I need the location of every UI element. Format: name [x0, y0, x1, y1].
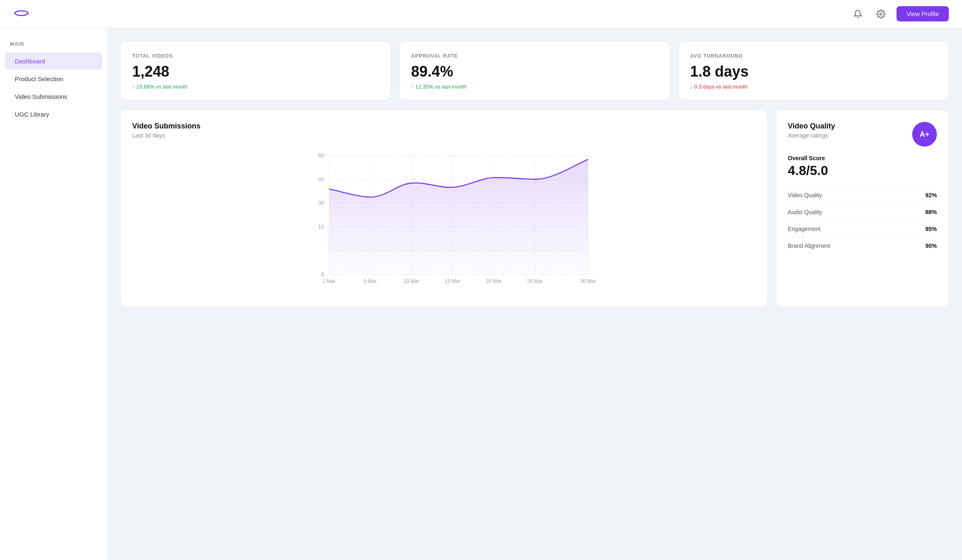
header: View Profile — [0, 0, 962, 28]
total-videos-change: ↑ 23.68% vs last month — [132, 84, 379, 90]
svg-text:30: 30 — [318, 200, 324, 206]
svg-text:15: 15 — [318, 224, 324, 230]
svg-text:10 Mar: 10 Mar — [404, 278, 419, 283]
stat-card-approval-rate: APPROVAL RATE 89.4% ↑ 12.35% vs last mon… — [399, 41, 670, 100]
approval-rate-label: APPROVAL RATE — [411, 53, 658, 59]
quality-metrics: Video Quality 92% Audio Quality 88% Enga… — [788, 187, 937, 254]
header-actions: View Profile — [850, 6, 949, 21]
engagement-value: 95% — [925, 226, 937, 232]
avg-turnaround-label: AVG TURNAROUND — [690, 53, 937, 59]
svg-text:0: 0 — [321, 272, 324, 278]
brand-alignment-value: 90% — [925, 243, 937, 249]
total-videos-label: TOTAL VIDEOS — [132, 53, 379, 59]
main-content: TOTAL VIDEOS 1,248 ↑ 23.68% vs last mont… — [107, 28, 962, 560]
quality-title-block: Video Quality Average ratings — [788, 122, 835, 139]
settings-button[interactable] — [873, 7, 888, 21]
sidebar-item-ugc-library[interactable]: UGC Library — [5, 106, 102, 123]
sidebar-item-video-submissions[interactable]: Video Submissions — [5, 88, 102, 105]
svg-text:20 Mar: 20 Mar — [486, 278, 502, 283]
svg-text:5 Mar: 5 Mar — [364, 278, 377, 283]
sidebar-section-label: MAIN — [0, 41, 107, 52]
chart-svg: 60 45 30 15 0 1 Mar 5 Mar 10 Mar 15 Mar … — [149, 147, 756, 283]
quality-subtitle: Average ratings — [788, 132, 835, 139]
quality-metric-audio: Audio Quality 88% — [788, 203, 937, 220]
sidebar-item-dashboard[interactable]: Dashboard — [5, 53, 102, 70]
svg-text:1 Mar: 1 Mar — [322, 278, 336, 283]
svg-text:30 Mar: 30 Mar — [580, 278, 596, 283]
approval-rate-value: 89.4% — [411, 63, 658, 80]
stat-card-total-videos: TOTAL VIDEOS 1,248 ↑ 23.68% vs last mont… — [120, 41, 391, 100]
quality-metric-video: Video Quality 92% — [788, 187, 937, 203]
overall-score-block: Overall Score 4.8/5.0 — [788, 155, 937, 178]
quality-metric-brand: Brand Alignment 90% — [788, 237, 937, 254]
bottom-row: Video Submissions Last 30 days — [120, 110, 949, 307]
app-layout: MAIN Dashboard Product Selection Video S… — [0, 28, 962, 560]
chart-card: Video Submissions Last 30 days — [120, 110, 768, 307]
svg-text:25 Mar: 25 Mar — [527, 278, 543, 283]
quality-title: Video Quality — [788, 122, 835, 131]
quality-header: Video Quality Average ratings A+ — [788, 122, 937, 147]
video-quality-label: Video Quality — [788, 192, 822, 198]
view-profile-button[interactable]: View Profile — [897, 6, 949, 21]
engagement-label: Engagement — [788, 226, 820, 232]
stat-cards-row: TOTAL VIDEOS 1,248 ↑ 23.68% vs last mont… — [120, 41, 949, 100]
score-badge: A+ — [912, 122, 937, 147]
video-quality-value: 92% — [925, 192, 937, 198]
audio-quality-label: Audio Quality — [788, 209, 822, 215]
quality-metric-engagement: Engagement 95% — [788, 220, 937, 237]
logo — [13, 9, 30, 19]
svg-text:45: 45 — [318, 177, 324, 182]
avg-turnaround-value: 1.8 days — [690, 63, 937, 80]
svg-text:60: 60 — [318, 153, 324, 159]
overall-score-value: 4.8/5.0 — [788, 163, 937, 178]
approval-rate-change: ↑ 12.35% vs last month — [411, 84, 658, 90]
chart-subtitle: Last 30 days — [132, 132, 756, 139]
total-videos-value: 1,248 — [132, 63, 379, 80]
avg-turnaround-change: ↓ 0.3 days vs last month — [690, 84, 937, 90]
brand-alignment-label: Brand Alignment — [788, 243, 830, 249]
sidebar-item-product-selection[interactable]: Product Selection — [5, 70, 102, 87]
stat-card-avg-turnaround: AVG TURNAROUND 1.8 days ↓ 0.3 days vs la… — [678, 41, 949, 100]
notification-button[interactable] — [850, 7, 865, 21]
audio-quality-value: 88% — [925, 209, 937, 215]
svg-point-0 — [880, 13, 882, 15]
sidebar: MAIN Dashboard Product Selection Video S… — [0, 28, 107, 560]
svg-text:15 Mar: 15 Mar — [445, 278, 460, 283]
quality-card: Video Quality Average ratings A+ Overall… — [776, 110, 949, 307]
chart-title: Video Submissions — [132, 122, 756, 131]
chart-area: 60 45 30 15 0 1 Mar 5 Mar 10 Mar 15 Mar … — [132, 147, 756, 295]
overall-score-label: Overall Score — [788, 155, 937, 161]
